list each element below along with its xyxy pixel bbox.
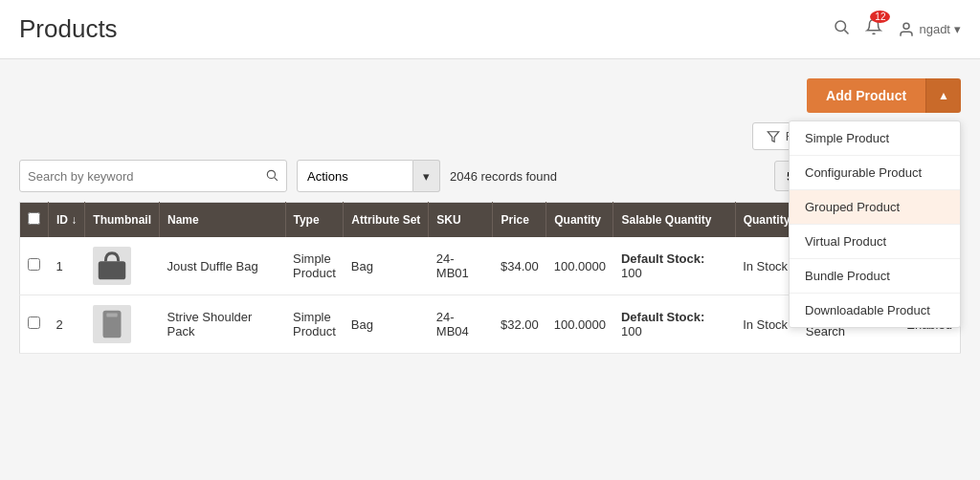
user-name: ngadt (919, 22, 950, 36)
row2-price: $32.00 (493, 295, 546, 354)
actions-dropdown: Actions Delete Change status Update attr… (297, 160, 440, 192)
user-menu[interactable]: ngadt ▾ (898, 21, 961, 38)
row1-sku: 24-MB01 (429, 237, 493, 295)
search-box (19, 160, 287, 192)
page-title: Products (19, 14, 118, 44)
dropdown-item-simple[interactable]: Simple Product (790, 121, 960, 156)
th-price[interactable]: Price (493, 203, 546, 238)
add-product-button[interactable]: Add Product (807, 78, 925, 113)
th-checkbox (20, 203, 49, 238)
svg-point-2 (903, 23, 909, 29)
th-thumbnail: Thumbnail (85, 203, 160, 238)
row2-quantity: 100.0000 (546, 295, 613, 354)
row1-quantity: 100.0000 (546, 237, 613, 295)
page-header: Products 12 ngadt ▾ (0, 0, 980, 59)
th-salable-quantity[interactable]: Salable Quantity (613, 203, 735, 238)
row2-attribute-set: Bag (344, 295, 429, 354)
row1-checkbox-cell (20, 237, 49, 295)
row1-type: SimpleProduct (285, 237, 344, 295)
dropdown-item-virtual[interactable]: Virtual Product (790, 225, 960, 259)
row1-attribute-set: Bag (344, 237, 429, 295)
page-content: Add Product ▲ Simple Product Configurabl… (0, 59, 980, 373)
search-icon[interactable] (833, 18, 850, 40)
svg-rect-9 (99, 261, 126, 279)
row2-salable-quantity: Default Stock: 100 (613, 295, 735, 354)
row2-sku: 24-MB04 (429, 295, 493, 354)
svg-marker-3 (768, 131, 779, 142)
add-product-dropdown-arrow[interactable]: ▲ (925, 78, 961, 113)
actions-select[interactable]: Actions Delete Change status Update attr… (297, 160, 413, 192)
user-dropdown-arrow: ▾ (954, 22, 961, 36)
svg-point-7 (267, 170, 275, 178)
row1-name: Joust Duffle Bag (160, 237, 285, 295)
actions-arrow[interactable]: ▾ (413, 160, 440, 192)
th-quantity[interactable]: Quantity (546, 203, 613, 238)
notification-bell[interactable]: 12 (865, 18, 882, 40)
header-right: 12 ngadt ▾ (833, 18, 961, 40)
svg-point-0 (835, 21, 846, 32)
records-found: 2046 records found (450, 169, 557, 184)
row1-checkbox[interactable] (28, 258, 40, 271)
row2-checkbox[interactable] (28, 316, 40, 329)
search-submit-button[interactable] (265, 168, 278, 185)
search-input[interactable] (28, 169, 265, 184)
th-sku[interactable]: SKU (429, 203, 493, 238)
svg-rect-11 (106, 314, 117, 317)
row2-checkbox-cell (20, 295, 49, 354)
th-id[interactable]: ID ↓ (49, 203, 85, 238)
notification-badge: 12 (870, 11, 890, 23)
row1-salable-quantity: Default Stock: 100 (613, 237, 735, 295)
svg-line-1 (845, 30, 849, 33)
add-product-dropdown: Simple Product Configurable Product Grou… (789, 120, 961, 328)
th-type[interactable]: Type (285, 203, 344, 238)
dropdown-item-downloadable[interactable]: Downloadable Product (790, 294, 960, 327)
select-all-checkbox[interactable] (28, 212, 40, 225)
row2-thumbnail (85, 295, 160, 354)
th-attribute-set[interactable]: Attribute Set (344, 203, 429, 238)
th-name[interactable]: Name (160, 203, 285, 238)
row1-thumbnail (85, 237, 160, 295)
dropdown-item-configurable[interactable]: Configurable Product (790, 156, 960, 190)
svg-line-8 (275, 177, 278, 180)
row2-name: Strive Shoulder Pack (160, 295, 285, 354)
row1-price: $34.00 (493, 237, 546, 295)
row2-type: SimpleProduct (285, 295, 344, 354)
dropdown-item-grouped[interactable]: Grouped Product (790, 190, 960, 225)
toolbar-top: Add Product ▲ Simple Product Configurabl… (19, 78, 961, 113)
row2-id: 2 (49, 295, 85, 354)
dropdown-item-bundle[interactable]: Bundle Product (790, 259, 960, 294)
row1-id: 1 (49, 237, 85, 295)
